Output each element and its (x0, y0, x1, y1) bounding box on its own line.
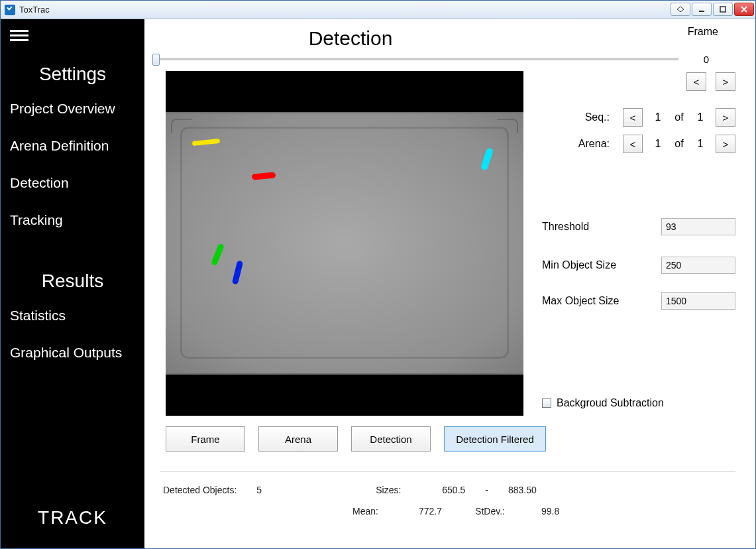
frame-label: Frame (688, 26, 718, 38)
stats-panel: Detected Objects: 5 Sizes: 650.5 - 883.5… (163, 485, 735, 517)
arena-label: Arena: (567, 138, 610, 150)
minsize-row: Min Object Size ▲▼ (542, 257, 735, 274)
std-value: 99.8 (541, 506, 559, 517)
maxsize-spinner[interactable]: ▲▼ (661, 292, 735, 310)
bgsub-label: Backgroud Subtraction (557, 397, 664, 409)
seq-next-button[interactable]: > (716, 108, 735, 127)
seq-label: Seq.: (567, 111, 610, 123)
minsize-spinner[interactable]: ▲▼ (661, 257, 735, 274)
arena-current: 1 (652, 138, 664, 150)
close-button[interactable] (734, 3, 754, 16)
track-button[interactable]: TRACK (1, 485, 144, 548)
seq-of: of (673, 111, 685, 123)
arena-total: 1 (694, 138, 706, 150)
minsize-label: Min Object Size (542, 259, 661, 271)
video-viewport (166, 71, 523, 416)
sizes-dash: - (485, 485, 488, 495)
sizes-label: Sizes: (376, 485, 422, 495)
app-icon (5, 5, 15, 15)
view-frame-button[interactable]: Frame (166, 426, 245, 452)
seq-total: 1 (694, 111, 706, 123)
maxsize-row: Max Object Size ▲▼ (542, 292, 735, 310)
minimize-button[interactable] (692, 3, 712, 16)
arena-nav: Arena: < 1 of 1 > (567, 135, 735, 153)
detected-label: Detected Objects: (163, 485, 237, 495)
view-arena-button[interactable]: Arena (258, 426, 338, 452)
window-buttons (669, 3, 754, 17)
seq-prev-button[interactable]: < (623, 108, 643, 127)
seq-nav: Seq.: < 1 of 1 > (567, 108, 735, 127)
minsize-input[interactable] (662, 260, 756, 271)
arena-of: of (673, 138, 685, 150)
view-buttons: Frame Arena Detection Detection Filtered (166, 426, 546, 452)
frame-nav: < > (686, 72, 735, 91)
sidebar-item-arena[interactable]: Arena Definition (1, 127, 144, 164)
arena-next-button[interactable]: > (716, 135, 735, 153)
mean-value: 772.7 (419, 506, 442, 517)
seq-current: 1 (652, 111, 664, 123)
main-panel: Detection Frame 0 (144, 19, 755, 548)
sidebar-heading-settings: Settings (1, 56, 144, 90)
restore-alt-button[interactable] (671, 3, 690, 16)
sidebar-heading-results: Results (1, 263, 144, 297)
view-filtered-button[interactable]: Detection Filtered (444, 426, 546, 452)
sizes-min: 650.5 (442, 485, 465, 495)
window-title: ToxTrac (19, 5, 50, 15)
frame-prev-button[interactable]: < (686, 72, 706, 91)
arena-prev-button[interactable]: < (623, 135, 643, 153)
threshold-label: Threshold (542, 221, 661, 233)
threshold-spinner[interactable]: ▲▼ (661, 218, 735, 235)
mean-label: Mean: (352, 506, 399, 517)
frame-value: 0 (704, 54, 709, 65)
stats-divider (160, 471, 735, 472)
frame-slider[interactable] (152, 54, 678, 66)
sidebar-item-detection[interactable]: Detection (1, 164, 144, 202)
maxsize-label: Max Object Size (542, 295, 661, 307)
sidebar-item-statistics[interactable]: Statistics (1, 297, 144, 334)
threshold-input[interactable] (662, 221, 756, 232)
std-label: StDev.: (475, 506, 521, 517)
sidebar-item-project[interactable]: Project Overview (1, 90, 144, 127)
sidebar-item-tracking[interactable]: Tracking (1, 202, 144, 239)
sizes-max: 883.50 (508, 485, 537, 495)
threshold-row: Threshold ▲▼ (542, 218, 735, 235)
detected-value: 5 (256, 485, 283, 495)
titlebar: ToxTrac (1, 1, 755, 19)
arena-tray (166, 112, 523, 375)
app-window: ToxTrac Settings Project Overview Arena (0, 0, 756, 549)
menu-icon[interactable] (1, 23, 144, 56)
sidebar: Settings Project Overview Arena Definiti… (1, 19, 144, 548)
frame-next-button[interactable]: > (716, 72, 735, 91)
view-detection-button[interactable]: Detection (351, 426, 431, 452)
sidebar-item-graphical[interactable]: Graphical Outputs (1, 334, 144, 371)
svg-rect-1 (720, 7, 726, 12)
bgsub-row: Backgroud Subtraction (542, 397, 664, 409)
slider-thumb[interactable] (152, 54, 160, 66)
page-title: Detection (144, 27, 557, 50)
maximize-button[interactable] (713, 3, 733, 16)
bgsub-checkbox[interactable] (542, 398, 551, 408)
maxsize-input[interactable] (662, 296, 756, 306)
